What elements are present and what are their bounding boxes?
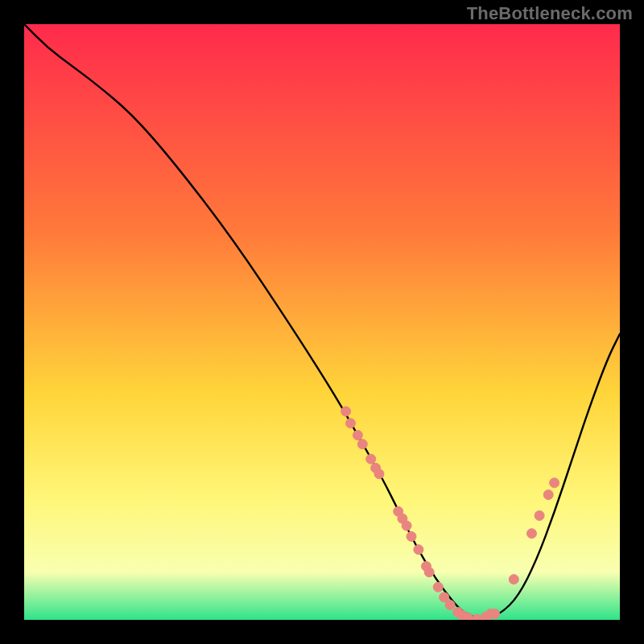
highlight-dot (509, 575, 518, 584)
highlight-dot (527, 529, 537, 539)
highlight-dot (535, 511, 544, 521)
highlight-dot (402, 521, 411, 530)
highlight-dot (353, 431, 362, 440)
highlight-dot (550, 478, 559, 488)
chart-container: TheBottleneck.com (0, 0, 644, 644)
highlight-dot (341, 407, 351, 416)
plot-area (24, 24, 620, 620)
highlight-dot (490, 609, 500, 619)
highlight-dot (424, 568, 434, 577)
highlight-dot (445, 601, 455, 610)
highlight-dot (463, 613, 473, 620)
watermark-text: TheBottleneck.com (467, 3, 633, 24)
highlight-dot (366, 454, 376, 464)
chart-svg (24, 24, 620, 620)
highlight-dot (357, 440, 367, 449)
highlight-dot (346, 419, 356, 428)
highlight-dot (543, 490, 553, 500)
highlight-dot (374, 469, 384, 479)
highlight-dot (414, 545, 423, 555)
highlight-dot (433, 582, 443, 592)
highlight-dot (407, 531, 416, 541)
